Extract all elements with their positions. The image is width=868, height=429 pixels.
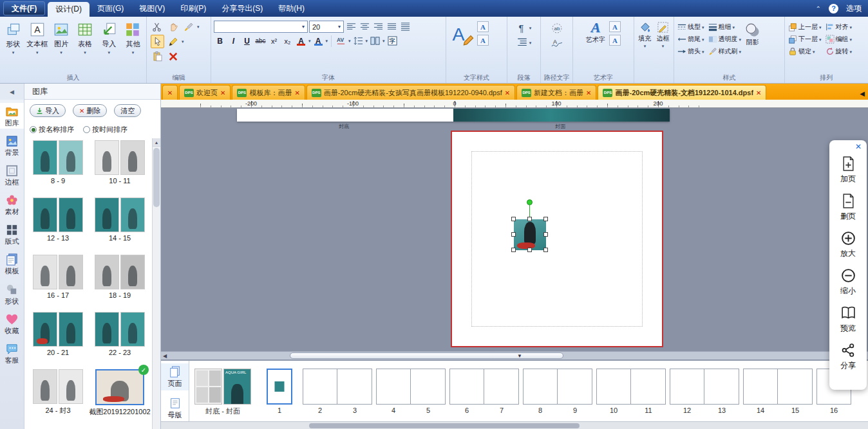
gallery-item[interactable]: 20 - 21 (27, 312, 89, 356)
align-left-icon[interactable] (345, 21, 357, 33)
sort-by-time-radio[interactable]: 按时间排序 (83, 125, 127, 134)
help-icon[interactable]: ? (829, 4, 838, 14)
dropdown-arrow-icon[interactable]: ▾ (326, 39, 328, 43)
sidebar-item-frame[interactable]: 边框 (0, 162, 24, 188)
gallery-item[interactable]: 10 - 11 (89, 140, 151, 185)
page-thumb-8[interactable]: 8 (523, 369, 558, 414)
splitter-collapse-icon[interactable]: ▼ (517, 353, 522, 359)
sidebar-item-lib[interactable]: 图库 (0, 103, 24, 129)
sidebar-item-shapesic[interactable]: 形状 (0, 281, 24, 307)
options-menu-item[interactable]: 选项 (846, 3, 862, 14)
gallery-item[interactable]: 12 - 13 (27, 197, 89, 242)
page-thumb-1[interactable]: 1 (267, 369, 292, 414)
art-style-1-button[interactable]: A (609, 21, 621, 32)
gallery-item[interactable]: 8 - 9 (27, 140, 89, 185)
document-tab-3[interactable]: DPS新建文档：画册✕ (516, 85, 596, 100)
document-tab-2[interactable]: DPS画册-20cm硬壳精装-女孩写真画册模板191220-0940.dpsf✕ (307, 85, 515, 100)
tab-close-icon[interactable]: ✕ (294, 89, 299, 96)
text-style-a2-button[interactable]: A (477, 35, 489, 46)
pen-tool-icon[interactable] (166, 35, 180, 48)
style-thickness-button[interactable]: 粗细▾ (708, 23, 742, 32)
scrollbar-thumb[interactable] (290, 352, 563, 359)
import-button[interactable]: 导入 (30, 104, 66, 117)
menu-item-1[interactable]: 设计(D) (48, 2, 90, 17)
scrollbar-thumb[interactable] (153, 148, 160, 207)
document-tab-0[interactable]: DPS欢迎页✕ (179, 85, 231, 100)
insert-shape-button[interactable]: 形状▾ (1, 19, 25, 73)
page-thumb-14[interactable]: 14 (743, 369, 778, 414)
selection-handle[interactable] (527, 248, 532, 252)
cover-spread-thumb[interactable]: AQUA GIRL 封底 - 封面 (194, 369, 251, 416)
paragraph-list-icon[interactable] (516, 37, 528, 48)
dropdown-arrow-icon[interactable]: ▾ (197, 24, 200, 29)
tab-pages[interactable]: 页面 (161, 363, 189, 390)
shadow-button[interactable]: 阴影 (743, 19, 762, 56)
style-linetype-button[interactable]: 线型▾ (677, 23, 704, 32)
wave-text-icon[interactable]: A (551, 38, 563, 51)
bold-button[interactable]: B (214, 35, 226, 47)
line-spacing-icon[interactable] (352, 35, 364, 47)
selection-handle[interactable] (543, 232, 548, 237)
selection-handle[interactable] (511, 232, 516, 237)
cut-icon[interactable] (151, 20, 164, 33)
strikethrough-button[interactable]: abc (254, 35, 267, 47)
fill-button[interactable]: 填充 ▾ (636, 19, 654, 48)
scroll-left-icon[interactable]: ◀ (163, 353, 167, 359)
character-panel-icon[interactable]: 字 (386, 35, 399, 47)
columns-icon[interactable] (369, 35, 381, 47)
bottom-scrollbar[interactable] (161, 421, 868, 429)
style-stylebrush-button[interactable]: 样式刷▾ (708, 47, 742, 56)
tab-close-icon[interactable]: ✕ (505, 89, 510, 96)
collapse-ribbon-icon[interactable]: ⌃ (816, 5, 821, 12)
design-canvas[interactable]: -200-1000100200 封底 封面 ◀ ▼ (161, 100, 868, 360)
dropdown-arrow-icon[interactable]: ▾ (182, 39, 184, 44)
italic-button[interactable]: I (227, 35, 240, 47)
panel-collapse-button[interactable]: ◀ (0, 84, 24, 100)
page-thumb-12[interactable]: 12 (670, 369, 704, 414)
menu-item-0[interactable]: 文件(F) (3, 1, 45, 15)
page-thumb-2[interactable]: 2 (303, 369, 337, 414)
insert-textbox-button[interactable]: A文本框▾ (25, 19, 49, 73)
align-justify-icon[interactable] (386, 21, 398, 33)
page-thumb-5[interactable]: 5 (411, 369, 446, 414)
page-thumb-15[interactable]: 15 (778, 369, 813, 414)
page-thumb-13[interactable]: 13 (704, 369, 739, 414)
gallery-item[interactable]: 24 - 封3 (27, 369, 89, 417)
sidebar-item-service[interactable]: 客服 (0, 340, 24, 366)
tab-scroll-left-icon[interactable]: ◀ (860, 90, 868, 100)
menu-item-4[interactable]: 印刷(P) (173, 0, 214, 17)
page-thumb-9[interactable]: 9 (558, 369, 592, 414)
current-page[interactable] (451, 131, 663, 347)
quickbar-pagedel-button[interactable]: 删页 (840, 193, 856, 222)
selection-handle[interactable] (511, 248, 516, 252)
menu-item-6[interactable]: 帮助(H) (270, 0, 312, 17)
quickbar-pageadd-button[interactable]: 加页 (840, 156, 856, 185)
page-thumb-4[interactable]: 4 (376, 369, 411, 414)
align-center-icon[interactable] (359, 21, 371, 33)
document-tab-4[interactable]: DPS画册-20cm硬壳精装-文档191220-1014.dpsf✕ (598, 85, 766, 100)
paragraph-icon[interactable]: ¶ (516, 22, 528, 33)
insert-import-button[interactable]: 导入▾ (97, 19, 121, 73)
align-right-icon[interactable] (372, 21, 384, 33)
style-arrowtail-button[interactable]: 箭尾▾ (677, 35, 704, 44)
gallery-item[interactable]: 22 - 23 (89, 312, 151, 356)
selected-image[interactable] (514, 219, 546, 250)
quickbar-shareic-button[interactable]: 分享 (840, 342, 856, 371)
arrange-layerdown-button[interactable]: 下一层▾ (788, 35, 822, 44)
page-thumb-3[interactable]: 3 (337, 369, 372, 414)
page-thumb-11[interactable]: 11 (631, 369, 666, 414)
sidebar-item-layout[interactable]: 版式 (0, 221, 24, 247)
style-opacity-button[interactable]: 透明度▾ (708, 35, 742, 44)
page-thumb-10[interactable]: 10 (596, 369, 631, 414)
menu-item-3[interactable]: 视图(V) (131, 0, 173, 17)
document-tab-1[interactable]: DPS模板库：画册✕ (232, 85, 305, 100)
insert-other-button[interactable]: 其他▾ (121, 19, 145, 73)
arrange-layerup-button[interactable]: 上一层▾ (788, 23, 822, 32)
subscript-button[interactable]: x₂ (281, 35, 294, 47)
selection-handle[interactable] (543, 217, 548, 221)
highlight-color-button[interactable]: A (312, 35, 325, 47)
paste-icon[interactable] (151, 50, 164, 63)
rotation-handle[interactable] (527, 199, 533, 205)
sort-by-name-radio[interactable]: 按名称排序 (30, 125, 74, 134)
text-style-icon[interactable]: A (450, 21, 475, 46)
